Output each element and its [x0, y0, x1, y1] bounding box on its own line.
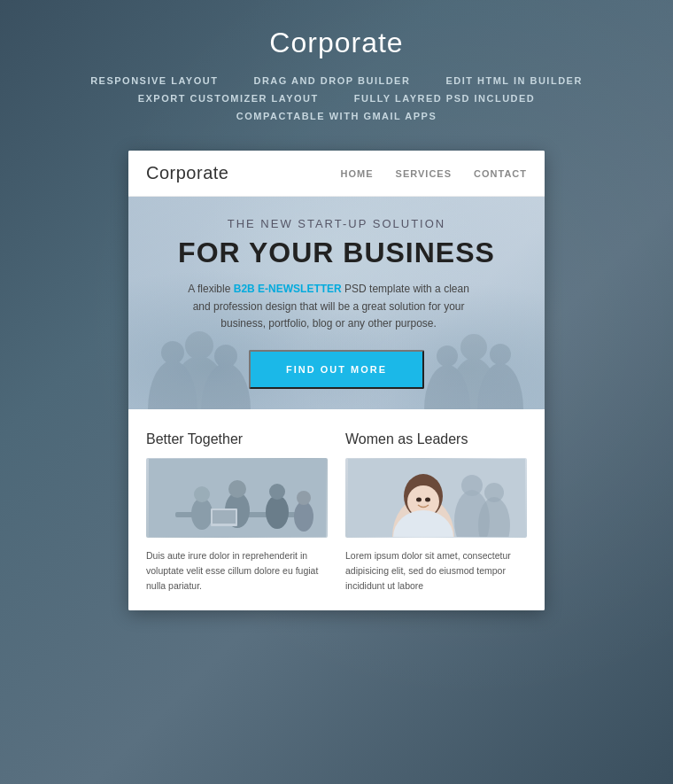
nav-contact[interactable]: CONTACT: [474, 168, 527, 179]
svg-point-28: [484, 483, 504, 502]
content-columns: Better Together: [146, 431, 527, 593]
content-col-left: Better Together: [146, 431, 328, 593]
col-right-title: Women as Leaders: [345, 431, 527, 447]
nav-links: HOME SERVICES CONTACT: [341, 168, 527, 179]
svg-point-26: [461, 475, 483, 496]
feature-gmail: COMPACTABLE WITH GMAIL APPS: [236, 111, 437, 121]
content-section: Better Together: [128, 409, 545, 610]
hero-subtitle: THE NEW START-UP SOLUTION: [178, 217, 495, 230]
svg-rect-23: [213, 510, 236, 524]
content-col-right: Women as Leaders: [345, 431, 527, 593]
email-template-card: Corporate HOME SERVICES CONTACT: [128, 151, 545, 610]
svg-point-15: [228, 480, 246, 498]
nav-services[interactable]: SERVICES: [396, 168, 452, 179]
feature-responsive: RESPONSIVE LAYOUT: [90, 75, 218, 86]
feature-edit-html: EDIT HTML IN BUILDER: [445, 75, 582, 86]
svg-point-19: [269, 484, 285, 500]
team-image-svg: [149, 459, 326, 537]
leader-image-svg: [348, 459, 525, 537]
svg-point-34: [425, 498, 430, 502]
hero-section: THE NEW START-UP SOLUTION FOR YOUR BUSIN…: [128, 197, 545, 409]
svg-point-20: [294, 501, 313, 532]
hero-content: THE NEW START-UP SOLUTION FOR YOUR BUSIN…: [178, 217, 495, 389]
hero-description: A flexible B2B E-NEWSLETTER PSD template…: [178, 281, 479, 332]
hero-desc-highlight: B2B E-NEWSLETTER: [234, 283, 342, 295]
col-left-title: Better Together: [146, 431, 328, 447]
hero-desc-prefix: A flexible: [188, 283, 230, 295]
email-nav: Corporate HOME SERVICES CONTACT: [128, 151, 545, 197]
email-logo: Corporate: [146, 163, 228, 183]
svg-point-18: [266, 495, 289, 529]
hero-title: FOR YOUR BUSINESS: [178, 237, 495, 268]
nav-home[interactable]: HOME: [341, 168, 374, 179]
page-title: Corporate: [269, 27, 403, 59]
svg-point-17: [194, 486, 210, 502]
feature-dnd: DRAG AND DROP BUILDER: [253, 75, 410, 86]
col-left-text: Duis aute irure dolor in reprehenderit i…: [146, 548, 328, 593]
cta-button[interactable]: FIND OUT MORE: [249, 350, 424, 389]
svg-point-21: [297, 491, 311, 505]
svg-point-16: [191, 498, 213, 530]
svg-point-33: [416, 498, 422, 502]
feature-psd: FULLY LAYRED PSD INCLUDED: [354, 93, 536, 104]
features-list: RESPONSIVE LAYOUT DRAG AND DROP BUILDER …: [90, 75, 583, 128]
col-left-image: [146, 458, 328, 538]
col-right-text: Lorem ipsum dolor sit amet, consectetur …: [345, 548, 527, 593]
feature-export: EXPORT CUSTOMIZER LAYOUT: [138, 93, 319, 104]
col-right-image: [345, 458, 527, 538]
